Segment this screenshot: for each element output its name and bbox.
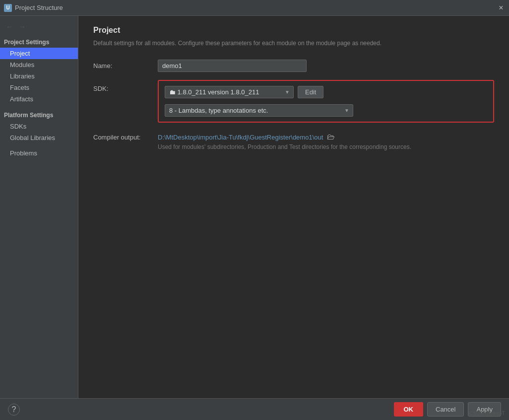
compiler-output-path: D:\MtDesktop\import\Jia-Tu\fkdj\GuestReg… (158, 134, 323, 141)
ok-button[interactable]: OK (394, 402, 424, 417)
compiler-output-label: Compiler output: (93, 134, 158, 141)
sidebar-item-libraries[interactable]: Libraries (0, 70, 78, 82)
cancel-button[interactable]: Cancel (427, 402, 464, 417)
app-icon: U (4, 4, 12, 12)
forward-button[interactable]: → (17, 22, 28, 32)
language-level-select[interactable]: 8 - Lambdas, type annotations etc. (165, 104, 353, 117)
project-settings-header: Project Settings (0, 36, 78, 48)
compiler-output-row: Compiler output: D:\MtDesktop\import\Jia… (93, 133, 494, 141)
help-button[interactable]: ? (8, 404, 20, 416)
sidebar-item-problems[interactable]: Problems (0, 147, 78, 159)
window-title: Project Structure (15, 4, 63, 11)
language-level-wrapper: 8 - Lambdas, type annotations etc. ▼ (165, 104, 353, 117)
language-level-row: 8 - Lambdas, type annotations etc. ▼ (165, 104, 487, 117)
sidebar-item-sdks[interactable]: SDKs (0, 121, 78, 132)
page-title: Project (93, 26, 494, 35)
sidebar-item-global-libraries[interactable]: Global Libraries (0, 132, 78, 143)
bottom-bar: ? OK Cancel Apply (0, 398, 509, 420)
sdk-select-wrapper: 🖿 1.8.0_211 version 1.8.0_211 ▼ (165, 86, 294, 98)
platform-settings-header: Platform Settings (0, 109, 78, 121)
watermark: CSDN@yeapT (469, 410, 505, 416)
name-input[interactable] (158, 60, 307, 72)
close-button[interactable]: × (497, 4, 505, 12)
compiler-note: Used for modules' subdirectories, Produc… (93, 143, 494, 150)
sidebar-item-modules[interactable]: Modules (0, 59, 78, 70)
sidebar-spacer (0, 105, 78, 109)
sidebar: ← → Project Settings Project Modules Lib… (0, 16, 78, 398)
page-description: Default settings for all modules. Config… (93, 39, 494, 48)
content-area: Project Default settings for all modules… (78, 16, 509, 398)
sdk-select[interactable]: 🖿 1.8.0_211 version 1.8.0_211 (165, 86, 294, 98)
sidebar-spacer2 (0, 143, 78, 147)
browse-folder-button[interactable]: 🗁 (325, 133, 337, 141)
compiler-output-value-row: D:\MtDesktop\import\Jia-Tu\fkdj\GuestReg… (158, 133, 337, 141)
main-layout: ← → Project Settings Project Modules Lib… (0, 16, 509, 398)
back-button[interactable]: ← (4, 22, 15, 32)
title-bar-left: U Project Structure (4, 4, 63, 12)
sidebar-item-facets[interactable]: Facets (0, 82, 78, 93)
sdk-row: 🖿 1.8.0_211 version 1.8.0_211 ▼ Edit (165, 86, 487, 98)
name-row: Name: (93, 60, 494, 72)
nav-arrows: ← → (0, 20, 78, 36)
sdk-outer-label: SDK: (93, 85, 158, 92)
name-label: Name: (93, 62, 158, 70)
sidebar-item-project[interactable]: Project (0, 48, 78, 59)
sdk-section: 🖿 1.8.0_211 version 1.8.0_211 ▼ Edit 8 -… (158, 80, 494, 123)
sdk-edit-button[interactable]: Edit (298, 86, 323, 98)
title-bar: U Project Structure × (0, 0, 509, 16)
sidebar-item-artifacts[interactable]: Artifacts (0, 93, 78, 105)
